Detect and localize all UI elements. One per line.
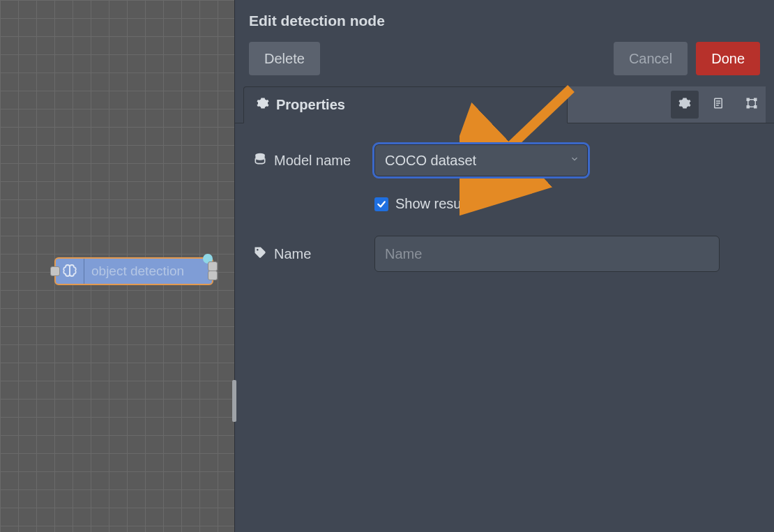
show-result-row: Show result — [374, 196, 756, 212]
editor-tabbar: Properties — [235, 86, 774, 123]
svg-rect-6 — [754, 98, 757, 100]
model-name-label: Model name — [274, 153, 351, 169]
document-icon — [712, 97, 724, 112]
node-port-in[interactable] — [50, 266, 60, 276]
node-label: object detection — [84, 264, 184, 279]
name-row: Name — [253, 236, 756, 272]
show-result-label: Show result — [395, 196, 469, 212]
database-icon — [253, 152, 267, 169]
svg-point-11 — [257, 249, 259, 251]
node-port-out-2[interactable] — [208, 271, 218, 280]
gear-icon — [257, 97, 269, 113]
brain-icon — [56, 259, 84, 284]
tab-properties-label: Properties — [276, 97, 345, 113]
name-label: Name — [274, 246, 311, 262]
object-detection-node[interactable]: object detection — [54, 257, 213, 285]
editor-panel: Edit detection node Delete Cancel Done P… — [234, 0, 774, 532]
tab-properties[interactable]: Properties — [243, 86, 568, 123]
model-name-select[interactable]: COCO dataset — [374, 144, 588, 176]
svg-rect-7 — [747, 106, 749, 108]
tab-settings-icon-button[interactable] — [671, 91, 699, 119]
model-name-row: Model name COCO dataset — [253, 144, 756, 176]
node-port-out-1[interactable] — [208, 261, 218, 271]
panel-resize-handle[interactable] — [232, 380, 236, 422]
name-input[interactable] — [374, 236, 720, 272]
gear-icon — [678, 97, 691, 112]
done-button[interactable]: Done — [696, 42, 760, 75]
editor-actions: Delete Cancel Done — [235, 42, 774, 75]
cancel-button[interactable]: Cancel — [614, 42, 688, 75]
svg-rect-8 — [754, 106, 757, 108]
tag-icon — [253, 245, 267, 263]
tab-appearance-icon-button[interactable] — [738, 91, 766, 119]
canvas-area[interactable]: object detection — [0, 0, 234, 532]
tab-description-icon-button[interactable] — [704, 91, 732, 119]
show-result-checkbox[interactable] — [374, 197, 388, 211]
bounding-box-icon — [745, 97, 758, 112]
delete-button[interactable]: Delete — [249, 42, 320, 75]
properties-form: Model name COCO dataset Show result — [235, 123, 774, 310]
editor-title: Edit detection node — [235, 0, 774, 42]
svg-rect-5 — [747, 98, 749, 100]
